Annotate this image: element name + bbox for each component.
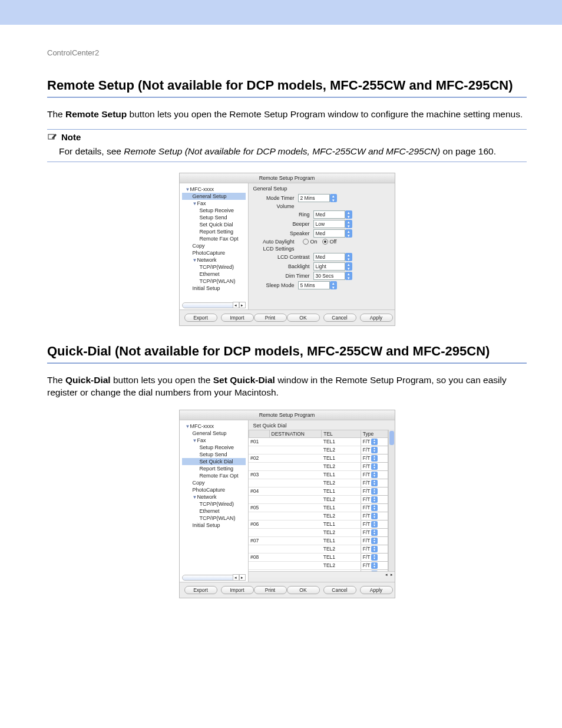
note-block: Note For details, see Remote Setup (Not … bbox=[47, 129, 527, 162]
remote-setup-window: Remote Setup Program ▼MFC-xxxx General S… bbox=[179, 173, 395, 326]
settings-panel: General Setup Mode Timer 2 Mins▴▾ Volume… bbox=[249, 183, 395, 309]
table-row[interactable]: TEL2F/T▴▾ bbox=[249, 446, 388, 454]
backlight-select[interactable]: Light▴▾ bbox=[313, 262, 345, 271]
print-button[interactable]: Print bbox=[254, 586, 287, 594]
ring-select[interactable]: Med▴▾ bbox=[313, 210, 345, 219]
table-scrollbar[interactable] bbox=[388, 430, 395, 571]
table-row[interactable]: TEL2F/T▴▾ bbox=[249, 545, 388, 553]
table-row[interactable]: #04TEL1F/T▴▾ bbox=[249, 487, 388, 495]
import-button[interactable]: Import bbox=[221, 314, 254, 322]
tree-scroll-buttons[interactable]: ◂▸ bbox=[233, 574, 246, 581]
export-button[interactable]: Export bbox=[184, 586, 217, 594]
note-label: Note bbox=[61, 132, 81, 142]
print-button[interactable]: Print bbox=[254, 314, 287, 322]
quickdial-window: Remote Setup Program ▼MFC-xxxx General S… bbox=[179, 410, 395, 598]
table-row[interactable]: #03TEL1F/T▴▾ bbox=[249, 470, 388, 479]
table-row[interactable]: #01TEL1F/T▴▾ bbox=[249, 437, 388, 446]
tree-pane[interactable]: ▼MFC-xxxx General Setup ▼Fax Setup Recei… bbox=[180, 183, 249, 309]
table-row[interactable]: #09TEL1F/T▴▾ bbox=[249, 569, 388, 571]
export-button[interactable]: Export bbox=[184, 314, 217, 322]
table-row[interactable]: #08TEL1F/T▴▾ bbox=[249, 553, 388, 561]
top-accent-bar bbox=[0, 0, 562, 25]
rule bbox=[47, 97, 527, 98]
table-row[interactable]: #07TEL1F/T▴▾ bbox=[249, 536, 388, 545]
table-row[interactable]: TEL2F/T▴▾ bbox=[249, 512, 388, 520]
apply-button[interactable]: Apply bbox=[360, 314, 393, 322]
window-title: Remote Setup Program bbox=[180, 173, 395, 183]
ok-button[interactable]: OK bbox=[287, 586, 320, 594]
ok-button[interactable]: OK bbox=[287, 314, 320, 322]
header-label: ControlCenter2 bbox=[47, 48, 527, 57]
sleep-select[interactable]: 5 Mins▴▾ bbox=[298, 281, 330, 289]
tree-scroll-buttons[interactable]: ◂▸ bbox=[233, 302, 246, 308]
cancel-button[interactable]: Cancel bbox=[323, 586, 356, 594]
window-title: Remote Setup Program bbox=[180, 410, 395, 420]
section1-body: The Remote Setup button lets you open th… bbox=[47, 108, 527, 121]
table-hscroll[interactable]: ◂▸ bbox=[249, 571, 395, 578]
table-row[interactable]: TEL2F/T▴▾ bbox=[249, 462, 388, 470]
table-row[interactable]: #05TEL1F/T▴▾ bbox=[249, 503, 388, 512]
dim-timer-select[interactable]: 30 Secs▴▾ bbox=[313, 272, 345, 280]
tree-item-general[interactable]: General Setup bbox=[182, 193, 246, 200]
table-row[interactable]: TEL2F/T▴▾ bbox=[249, 495, 388, 503]
apply-button[interactable]: Apply bbox=[360, 586, 393, 594]
cancel-button[interactable]: Cancel bbox=[323, 314, 356, 322]
quickdial-panel: Set Quick Dial DESTINATION TEL Type #0 bbox=[249, 420, 395, 582]
daylight-off-radio[interactable] bbox=[322, 239, 328, 245]
import-button[interactable]: Import bbox=[221, 586, 254, 594]
note-icon bbox=[47, 133, 58, 141]
tree-item-quickdial[interactable]: Set Quick Dial bbox=[182, 458, 246, 465]
table-row[interactable]: #06TEL1F/T▴▾ bbox=[249, 520, 388, 528]
tree-scrollbar[interactable] bbox=[182, 302, 240, 308]
table-row[interactable]: TEL2F/T▴▾ bbox=[249, 479, 388, 487]
section1-title: Remote Setup (Not available for DCP mode… bbox=[47, 78, 527, 93]
rule bbox=[47, 363, 527, 364]
tree-scrollbar[interactable] bbox=[182, 575, 240, 581]
lcd-contrast-select[interactable]: Med▴▾ bbox=[313, 253, 345, 261]
daylight-on-radio[interactable] bbox=[303, 239, 309, 245]
table-row[interactable]: TEL2F/T▴▾ bbox=[249, 561, 388, 569]
section2-body: The Quick-Dial button lets you open the … bbox=[47, 374, 527, 399]
table-row[interactable]: TEL2F/T▴▾ bbox=[249, 528, 388, 536]
beeper-select[interactable]: Low▴▾ bbox=[313, 220, 345, 228]
mode-timer-select[interactable]: 2 Mins▴▾ bbox=[298, 194, 330, 202]
speaker-select[interactable]: Med▴▾ bbox=[313, 229, 345, 238]
tree-pane[interactable]: ▼MFC-xxxx General Setup ▼Fax Setup Recei… bbox=[180, 420, 249, 582]
section2-title: Quick-Dial (Not available for DCP models… bbox=[47, 344, 527, 359]
quickdial-table[interactable]: DESTINATION TEL Type #01TEL1F/T▴▾TEL2F/T… bbox=[249, 430, 388, 571]
table-row[interactable]: #02TEL1F/T▴▾ bbox=[249, 454, 388, 462]
